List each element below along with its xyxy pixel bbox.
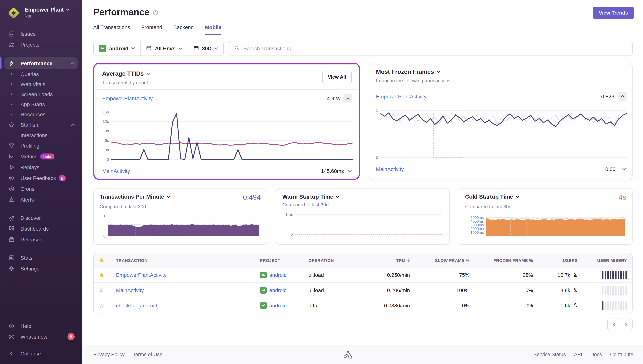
chevron-down-icon <box>178 46 182 50</box>
search-input[interactable] <box>243 46 628 52</box>
sidebar-item-collapse[interactable]: Collapse <box>5 348 78 359</box>
bullet-icon <box>8 104 16 105</box>
project-link[interactable]: android <box>269 272 287 278</box>
tpm-card: Transactions Per Minute 0.494 Compared t… <box>93 188 267 245</box>
warm-startup-title-select[interactable]: Warm Startup Time <box>282 193 339 200</box>
user-misery-cell <box>583 286 632 294</box>
play-icon <box>8 164 16 170</box>
ttid-row-mainactivity: MainActivity 145.68ms <box>96 164 358 178</box>
sidebar-item-releases[interactable]: Releases <box>5 234 78 245</box>
metrics-icon <box>8 153 16 160</box>
user-misery-bars <box>602 301 627 310</box>
column-header-users[interactable]: USERS <box>538 258 583 262</box>
expand-row-button[interactable] <box>347 168 353 174</box>
transaction-link[interactable]: EmpowerPlantActivity <box>116 272 167 278</box>
column-header-project[interactable]: PROJECT <box>255 258 303 262</box>
column-header-label: USER MISERY <box>597 258 627 262</box>
frozen-frames-card: Most Frozen Frames Found in the followin… <box>369 62 632 180</box>
tab-all-transactions[interactable]: All Transactions <box>93 24 130 35</box>
star-outline-icon[interactable] <box>94 288 111 293</box>
sidebar-item-dashboards[interactable]: Dashboards <box>5 223 78 234</box>
footer-link-api[interactable]: API <box>574 352 582 357</box>
transaction-link[interactable]: EmpowerPlantActivity <box>102 95 153 101</box>
footer-link-service-status[interactable]: Service Status <box>533 352 566 357</box>
transaction-link[interactable]: EmpowerPlantActivity <box>376 93 427 99</box>
tab-frontend[interactable]: Frontend <box>141 24 162 35</box>
transaction-link[interactable]: MainActivity <box>102 168 130 174</box>
chevron-up-icon <box>71 61 75 65</box>
column-header-label: USERS <box>563 258 578 262</box>
column-header-frozen-frame-[interactable]: FROZEN FRAME % <box>475 258 538 262</box>
sidebar-item-starfish[interactable]: Starfish <box>5 119 78 130</box>
environment-filter[interactable]: All Envs <box>140 41 188 56</box>
sidebar-item-app-starts[interactable]: App Starts <box>5 99 78 109</box>
sidebar-item-resources[interactable]: Resources <box>5 109 78 119</box>
next-page-button[interactable] <box>620 319 632 330</box>
column-header-user-misery[interactable]: USER MISERY <box>583 258 632 262</box>
sidebar-item-label: Dashboards <box>21 226 49 232</box>
footer-link-privacy-policy[interactable]: Privacy Policy <box>93 352 125 357</box>
expand-row-button[interactable] <box>622 166 627 172</box>
filter-bar: android All Envs 30D <box>93 41 632 56</box>
sidebar-item-crons[interactable]: Crons <box>5 183 78 194</box>
sidebar-item-whats-new[interactable]: What's new5 <box>5 331 78 342</box>
view-trends-button[interactable]: View Trends <box>593 7 634 19</box>
date-range-filter[interactable]: 30D <box>187 41 223 56</box>
footer-link-docs[interactable]: Docs <box>590 352 602 357</box>
column-header-operation[interactable]: OPERATION <box>303 258 359 262</box>
sidebar-item-queries[interactable]: Queries <box>5 69 78 79</box>
collapse-row-button[interactable] <box>343 94 353 103</box>
telescope-icon <box>8 214 16 221</box>
org-switcher[interactable]: Empower Plant Nar <box>4 0 78 20</box>
sidebar-item-help[interactable]: Help <box>5 320 78 331</box>
chevron-down-icon <box>146 72 150 76</box>
collapse-row-button[interactable] <box>618 92 627 101</box>
sidebar-item-web-vitals[interactable]: Web Vitals <box>5 79 78 89</box>
footer-link-contribute[interactable]: Contribute <box>610 352 633 357</box>
sidebar-item-user-feedback[interactable]: User FeedbackB <box>5 172 78 183</box>
column-header-slow-frame-[interactable]: SLOW FRAME % <box>415 258 475 262</box>
inbox-icon <box>8 30 16 37</box>
transaction-link[interactable]: MainActivity <box>116 287 144 293</box>
sidebar-item-metrics[interactable]: Metricsbeta <box>5 151 78 162</box>
footer-link-terms-of-use[interactable]: Terms of Use <box>133 352 162 357</box>
sidebar-item-label: Issues <box>21 31 36 37</box>
view-all-button[interactable]: View All <box>322 71 352 83</box>
column-header-transaction[interactable]: TRANSACTION <box>111 258 255 262</box>
sidebar-item-issues[interactable]: Issues <box>5 28 78 39</box>
project-link[interactable]: android <box>269 302 287 308</box>
sidebar-item-stats[interactable]: Stats <box>5 252 78 263</box>
sidebar-item-performance[interactable]: Performance <box>5 58 78 69</box>
chevron-down-icon <box>215 46 218 50</box>
sidebar-item-replays[interactable]: Replays <box>5 162 78 172</box>
broadcast-icon <box>8 333 16 340</box>
tab-mobile[interactable]: Mobile <box>205 24 221 35</box>
transaction-link[interactable]: checkout [android] <box>116 302 159 308</box>
sidebar-item-projects[interactable]: Projects <box>5 39 78 50</box>
slow-frame-cell: 75% <box>415 272 475 278</box>
sidebar-item-profiling[interactable]: Profiling <box>5 140 78 151</box>
avg-ttid-title-select[interactable]: Average TTIDs <box>102 70 351 77</box>
tpm-title-select[interactable]: Transactions Per Minute <box>100 193 170 200</box>
card-title: Warm Startup Time <box>282 193 333 200</box>
svg-text:9s: 9s <box>105 129 109 133</box>
sidebar-item-interactions[interactable]: Interactions <box>5 130 78 140</box>
project-filter[interactable]: android <box>94 41 140 56</box>
lightning-icon <box>8 60 16 66</box>
sidebar-item-label: Releases <box>21 236 42 242</box>
sidebar-item-discover[interactable]: Discover <box>5 212 78 223</box>
help-icon[interactable] <box>152 10 158 16</box>
sidebar-item-screen-loads[interactable]: Screen Loads <box>5 89 78 99</box>
sidebar-item-settings[interactable]: Settings <box>5 263 78 274</box>
tab-backend[interactable]: Backend <box>173 24 194 35</box>
star-filled-icon[interactable] <box>94 272 111 278</box>
prev-page-button[interactable] <box>607 319 620 330</box>
frozen-frames-title-select[interactable]: Most Frozen Frames <box>376 68 625 75</box>
column-header-tpm[interactable]: TPM <box>359 258 415 263</box>
cold-startup-title-select[interactable]: Cold Startup Time <box>465 193 519 200</box>
star-column-header[interactable] <box>94 258 111 263</box>
sidebar-item-alerts[interactable]: Alerts <box>5 194 78 205</box>
transaction-link[interactable]: MainActivity <box>376 166 404 172</box>
star-outline-icon[interactable] <box>94 303 111 308</box>
project-link[interactable]: android <box>269 287 287 293</box>
